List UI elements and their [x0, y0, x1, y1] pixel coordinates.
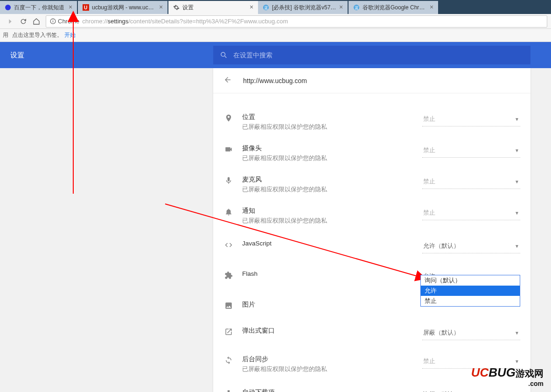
- nav-forward-button[interactable]: [5, 16, 16, 27]
- close-icon[interactable]: ×: [249, 5, 254, 10]
- url-input[interactable]: Chrome chrome://settings/content/siteDet…: [46, 15, 547, 28]
- image-icon: [223, 301, 234, 310]
- bookmark-start-link[interactable]: 开始: [64, 31, 76, 39]
- perm-sublabel: 已屏蔽相应权限以保护您的隐私: [242, 365, 422, 373]
- perm-select[interactable]: 屏蔽（默认）▼: [422, 327, 520, 340]
- tab-title: 百度一下，你就知道: [14, 4, 66, 12]
- close-icon[interactable]: ×: [158, 5, 164, 10]
- panel-header: http://www.ucbug.com: [213, 68, 530, 93]
- bookmark-bar: 用 点击这里导入书签。 开始: [0, 29, 551, 42]
- favicon-ucbug: U: [83, 4, 89, 11]
- close-icon[interactable]: ×: [429, 5, 434, 10]
- back-button[interactable]: [223, 76, 232, 86]
- perm-sublabel: 已屏蔽相应权限以保护您的隐私: [242, 217, 422, 225]
- url-text: chrome://settings/content/siteDetails?si…: [82, 18, 288, 25]
- perm-popups: 弹出式窗口 屏蔽（默认）▼: [213, 318, 530, 349]
- chevron-down-icon: ▼: [515, 244, 519, 249]
- code-icon: [223, 241, 234, 249]
- chevron-down-icon: ▼: [515, 359, 519, 364]
- mic-icon: [223, 176, 234, 185]
- popup-icon: [223, 328, 234, 336]
- settings-header: 设置: [0, 42, 551, 68]
- flash-option-allow[interactable]: 允许: [421, 286, 520, 296]
- svg-text:蓝: 蓝: [355, 6, 359, 10]
- perm-label: 麦克风: [242, 175, 422, 184]
- bell-icon: [223, 208, 234, 216]
- favicon-baidu: [5, 4, 11, 11]
- browser-tab-article[interactable]: 蓝 [必杀技] 谷歌浏览器v57… ×: [258, 1, 348, 14]
- location-icon: [223, 114, 234, 122]
- browser-tab-ucbug[interactable]: U ucbug游戏网 - www.ucb… ×: [78, 1, 167, 14]
- page-info-icon[interactable]: Chrome: [50, 18, 79, 25]
- perm-sublabel: 已屏蔽相应权限以保护您的隐私: [242, 123, 422, 131]
- perm-javascript: JavaScript 允许（默认）▼: [213, 231, 530, 262]
- tab-title: 设置: [182, 4, 247, 12]
- perm-notifications: 通知已屏蔽相应权限以保护您的隐私 禁止▼: [213, 200, 530, 231]
- perm-sublabel: 已屏蔽相应权限以保护您的隐私: [242, 186, 422, 194]
- gear-icon: [173, 4, 180, 11]
- bookmark-hint: 点击这里导入书签。: [12, 31, 63, 39]
- chevron-down-icon: ▼: [515, 148, 519, 153]
- settings-page: 设置 http://www.ucbug.com 位置已屏蔽相应权限以保护您的隐私…: [0, 42, 551, 392]
- svg-point-10: [221, 52, 225, 56]
- svg-rect-9: [53, 20, 53, 20]
- perm-select[interactable]: 允许（默认）▼: [422, 240, 520, 253]
- bookmark-hint-prefix: 用: [3, 31, 8, 39]
- perm-select[interactable]: 禁止▼: [422, 113, 520, 126]
- browser-tab-baidu[interactable]: 百度一下，你就知道 ×: [0, 1, 77, 14]
- sync-icon: [223, 356, 234, 364]
- perm-label: 通知: [242, 207, 422, 215]
- flash-option-block[interactable]: 禁止: [421, 296, 520, 306]
- settings-search-input[interactable]: [233, 51, 524, 59]
- address-bar: Chrome chrome://settings/content/siteDet…: [0, 14, 551, 29]
- camera-icon: [223, 145, 234, 154]
- chevron-down-icon: ▼: [515, 179, 519, 184]
- perm-label: 后台同步: [242, 355, 422, 364]
- svg-rect-8: [53, 21, 53, 22]
- home-button[interactable]: [31, 16, 42, 27]
- close-icon[interactable]: ×: [338, 5, 344, 10]
- perm-label: 自动下载项: [242, 388, 422, 392]
- reload-button[interactable]: [18, 16, 29, 27]
- perm-label: 位置: [242, 113, 422, 121]
- perm-label: 图片: [242, 301, 422, 309]
- flash-option-ask[interactable]: 询问（默认）: [421, 275, 520, 286]
- chevron-down-icon: ▼: [515, 330, 519, 336]
- settings-search[interactable]: [213, 46, 530, 64]
- perm-sublabel: 已屏蔽相应权限以保护您的隐私: [242, 154, 422, 162]
- tab-title: ucbug游戏网 - www.ucb…: [92, 4, 156, 12]
- perm-camera: 摄像头已屏蔽相应权限以保护您的隐私 禁止▼: [213, 138, 530, 169]
- tab-title: 谷歌浏览器Google Chro…: [363, 4, 427, 12]
- search-icon: [220, 51, 228, 59]
- perm-select[interactable]: 询问（默认）▼: [422, 388, 520, 392]
- perm-location: 位置已屏蔽相应权限以保护您的隐私 禁止▼: [213, 106, 530, 138]
- favicon-lan: 蓝: [353, 4, 360, 11]
- perm-select[interactable]: 禁止▼: [422, 144, 520, 158]
- svg-line-11: [225, 56, 227, 58]
- perm-label: 摄像头: [242, 144, 422, 153]
- perm-flash: Flash 允许▼ 询问（默认） 允许 禁止: [213, 262, 530, 292]
- site-url: http://www.ucbug.com: [243, 77, 307, 84]
- perm-select[interactable]: 禁止▼: [422, 207, 520, 220]
- browser-tab-strip: 百度一下，你就知道 × U ucbug游戏网 - www.ucb… × 设置 ×…: [0, 0, 551, 14]
- perm-label: 弹出式窗口: [242, 327, 422, 335]
- settings-title: 设置: [10, 51, 24, 60]
- site-details-panel: http://www.ucbug.com 位置已屏蔽相应权限以保护您的隐私 禁止…: [213, 68, 530, 392]
- browser-tab-settings[interactable]: 设置 ×: [168, 1, 258, 14]
- perm-label: JavaScript: [242, 240, 422, 247]
- svg-text:U: U: [84, 5, 87, 10]
- perm-select[interactable]: 禁止▼: [422, 175, 520, 189]
- tab-title: [必杀技] 谷歌浏览器v57…: [272, 4, 336, 12]
- flash-dropdown-menu: 询问（默认） 允许 禁止: [420, 275, 520, 307]
- svg-text:蓝: 蓝: [264, 6, 268, 10]
- chevron-down-icon: ▼: [515, 210, 519, 216]
- close-icon[interactable]: ×: [68, 5, 73, 10]
- puzzle-icon: [223, 271, 234, 280]
- download-icon: [223, 389, 234, 392]
- secure-label: Chrome: [58, 18, 79, 25]
- perm-mic: 麦克风已屏蔽相应权限以保护您的隐私 禁止▼: [213, 169, 530, 200]
- watermark: UCBUG游戏网 .com: [471, 365, 544, 387]
- svg-point-0: [5, 5, 11, 10]
- browser-tab-chrome[interactable]: 蓝 谷歌浏览器Google Chro… ×: [349, 1, 438, 14]
- chevron-down-icon: ▼: [515, 117, 519, 122]
